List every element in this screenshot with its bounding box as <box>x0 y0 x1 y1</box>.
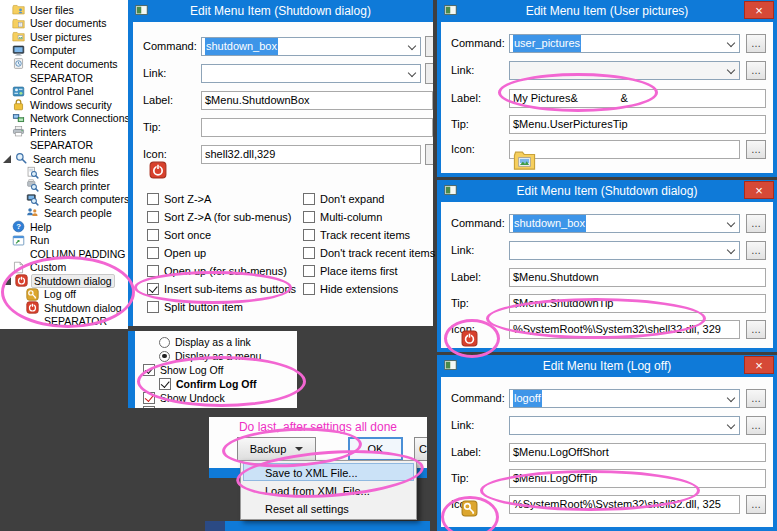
tree-expander-icon[interactable] <box>3 155 11 163</box>
tree-item[interactable]: Printers <box>0 125 128 139</box>
checkbox-open-up[interactable]: Open up <box>147 244 296 262</box>
checkbox-sort-z-a-for-sub-menus-[interactable]: Sort Z->A (for sub-menus) <box>147 208 296 226</box>
text-field[interactable]: $Menu.ShutdownBox <box>201 91 433 110</box>
browse-button-clipped[interactable] <box>425 144 433 165</box>
text-field[interactable]: %SystemRoot%\System32\shell32.dll, 329 <box>509 320 740 339</box>
dialog-titlebar[interactable]: Edit Menu Item (Shutdown dialog)× <box>437 180 777 202</box>
checkbox-split-button-item[interactable]: Split button item <box>147 298 296 316</box>
tree-item[interactable]: Custom <box>0 260 128 274</box>
tree-item[interactable]: Shutdown dialog <box>0 274 128 288</box>
checkbox-track-recent-items[interactable]: Track recent items <box>303 226 435 244</box>
checkbox-sort-once[interactable]: Sort once <box>147 226 296 244</box>
tree-item[interactable]: Search printer <box>0 179 128 193</box>
tree-item[interactable]: SEPARATOR <box>0 138 128 152</box>
tree-item[interactable]: Search people <box>0 206 128 220</box>
tree-item[interactable]: ?Help <box>0 220 128 234</box>
tree-item[interactable]: Recent documents <box>0 57 128 71</box>
checkbox-insert-sub-items-as-buttons[interactable]: Insert sub-items as buttons <box>147 280 296 298</box>
checkbox-hide-extensions[interactable]: Hide extensions <box>303 280 435 298</box>
cancel-button-clipped[interactable]: C <box>414 437 427 461</box>
combo-field[interactable]: shutdown_box <box>509 214 740 233</box>
tree-expander-icon[interactable] <box>3 277 11 285</box>
logoff-options-fragment: Display as a linkDisplay as a menuShow L… <box>128 331 297 408</box>
browse-button[interactable]: … <box>746 495 766 514</box>
tree-item-label: Search menu <box>31 153 97 165</box>
browse-button-clipped[interactable] <box>425 63 433 84</box>
browse-button[interactable]: … <box>746 34 766 53</box>
chevron-down-icon <box>727 66 735 74</box>
tree-item[interactable]: Run <box>0 233 128 247</box>
browse-button[interactable]: … <box>746 416 766 435</box>
combo-field[interactable] <box>509 61 740 80</box>
tree-item[interactable]: Search menu <box>0 152 128 166</box>
browse-button-clipped[interactable] <box>425 36 433 57</box>
menu-item-save-to-xml-file-[interactable]: Save to XML File... <box>243 463 414 481</box>
text-field[interactable]: My Pictures& & <box>509 89 766 108</box>
close-button[interactable]: × <box>744 1 774 19</box>
checkbox-label: Open up (for sub-menus) <box>164 265 287 277</box>
checkbox-icon <box>303 265 315 277</box>
tree-item[interactable]: Search files <box>0 166 128 180</box>
browse-button[interactable]: … <box>746 389 766 408</box>
dialog-titlebar[interactable]: Edit Menu Item (Log off)× <box>437 355 777 377</box>
checkbox-don-t-track-recent-items[interactable]: Don't track recent items <box>303 244 435 262</box>
checkbox-confirm-log-off[interactable]: Confirm Log Off <box>159 377 256 391</box>
text-field[interactable]: $Menu.LogOffShort <box>509 443 766 462</box>
text-field[interactable]: %SystemRoot%\System32\shell32.dll, 325 <box>509 495 740 514</box>
tree-item[interactable]: User files <box>0 3 128 17</box>
combo-field[interactable]: user_pictures <box>509 34 740 53</box>
checkbox-don-t-expand[interactable]: Don't expand <box>303 190 435 208</box>
text-field[interactable]: $Menu.ShutdownTip <box>509 294 766 313</box>
browse-button[interactable]: … <box>746 140 766 159</box>
combo-field[interactable] <box>509 241 740 260</box>
close-button[interactable]: × <box>744 181 774 199</box>
menu-items-tree: User filesUser documentsUser picturesCom… <box>0 0 128 329</box>
tree-item[interactable]: SEPARATOR <box>0 315 128 329</box>
text-field[interactable] <box>509 140 740 159</box>
checkbox-multi-column[interactable]: Multi-column <box>303 208 435 226</box>
close-button[interactable]: × <box>744 356 774 374</box>
checkbox-place-items-first[interactable]: Place items first <box>303 262 435 280</box>
radio-display-as-a-link[interactable]: Display as a link <box>159 335 251 349</box>
control-panel-icon <box>12 85 25 98</box>
checkbox-clipped[interactable] <box>143 405 160 408</box>
folder-pics-icon <box>12 30 25 43</box>
menu-item-reset-all-settings[interactable]: Reset all settings <box>243 499 414 517</box>
checkbox-show-log-off[interactable]: Show Log Off <box>143 363 223 377</box>
checkbox-show-undock[interactable]: Show Undock <box>143 391 225 405</box>
backup-button[interactable]: Backup <box>237 437 316 461</box>
browse-button[interactable]: … <box>746 61 766 80</box>
text-field[interactable]: $Menu.UserPicturesTip <box>509 115 766 134</box>
combo-field[interactable] <box>509 416 740 435</box>
combo-field[interactable] <box>201 64 421 83</box>
text-field[interactable] <box>201 118 433 137</box>
tree-item[interactable]: Computer <box>0 44 128 58</box>
tree-item[interactable]: Search computers <box>0 193 128 207</box>
tree-item[interactable]: Windows security <box>0 98 128 112</box>
browse-button[interactable]: … <box>746 320 766 339</box>
browse-button[interactable]: … <box>746 241 766 260</box>
browse-button[interactable]: … <box>746 214 766 233</box>
checkbox-open-up-for-sub-menus-[interactable]: Open up (for sub-menus) <box>147 262 296 280</box>
dialog-titlebar[interactable]: Edit Menu Item (User pictures)× <box>437 0 777 22</box>
tree-item[interactable]: Control Panel <box>0 84 128 98</box>
text-field[interactable]: shell32.dll,329 <box>201 145 421 164</box>
tree-item[interactable]: SEPARATOR <box>0 71 128 85</box>
network-icon <box>12 112 25 125</box>
text-field[interactable]: $Menu.LogOffTip <box>509 469 766 488</box>
checkbox-sort-z-a[interactable]: Sort Z->A <box>147 190 296 208</box>
tree-item[interactable]: Log off <box>0 287 128 301</box>
combo-field[interactable]: logoff <box>509 389 740 408</box>
field-row: Label:$Menu.Shutdown <box>451 267 766 287</box>
tree-item[interactable]: COLUMN PADDING <box>0 247 128 261</box>
ok-button[interactable]: OK <box>348 437 403 461</box>
tree-item[interactable]: User pictures <box>0 30 128 44</box>
tree-item[interactable]: Shutdown dialog <box>0 301 128 315</box>
text-field[interactable]: $Menu.Shutdown <box>509 268 766 287</box>
radio-display-as-a-menu[interactable]: Display as a menu <box>159 349 261 363</box>
tree-item[interactable]: User documents <box>0 17 128 31</box>
tree-item[interactable]: Network Connections <box>0 111 128 125</box>
dialog-titlebar[interactable]: Edit Menu Item (Shutdown dialog) <box>128 0 433 22</box>
combo-field[interactable]: shutdown_box <box>201 37 421 56</box>
menu-item-load-from-xml-file-[interactable]: Load from XML File... <box>243 481 414 499</box>
